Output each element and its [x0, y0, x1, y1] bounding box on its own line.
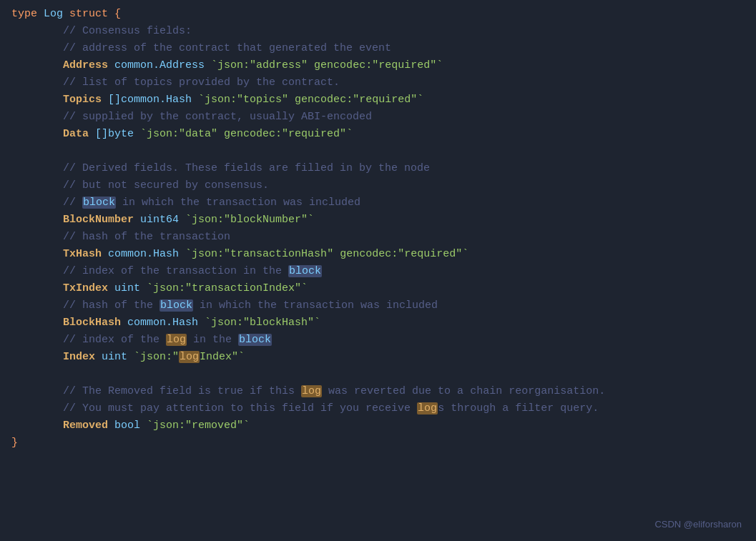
line-1: type Log struct { — [11, 6, 745, 23]
line-3: // address of the contract that generate… — [11, 40, 745, 57]
line-19: // index of the log in the block — [11, 332, 745, 349]
line-4: Address common.Address `json:"address" g… — [11, 57, 745, 74]
line-15: // index of the transaction in the block — [11, 263, 745, 280]
line-empty-1 — [11, 143, 745, 160]
line-11: // block in which the transaction was in… — [11, 194, 745, 212]
line-21: // The Removed field is true if this log… — [11, 383, 745, 400]
line-20: Index uint `json:"logIndex"` — [11, 349, 745, 366]
code-editor: type Log struct { // Consensus fields: /… — [0, 0, 756, 541]
line-22: // You must pay attention to this field … — [11, 400, 745, 417]
line-18: BlockHash common.Hash `json:"blockHash"` — [11, 314, 745, 332]
line-5: // list of topics provided by the contra… — [11, 74, 745, 91]
line-12: BlockNumber uint64 `json:"blockNumber"` — [11, 212, 745, 229]
line-7: // supplied by the contract, usually ABI… — [11, 109, 745, 126]
line-empty-2 — [11, 366, 745, 383]
line-14: TxHash common.Hash `json:"transactionHas… — [11, 246, 745, 263]
line-8: Data []byte `json:"data" gencodec:"requi… — [11, 126, 745, 143]
watermark-text: CSDN @eliforsharon — [654, 517, 742, 532]
line-24: } — [11, 435, 745, 452]
line-23: Removed bool `json:"removed"` — [11, 417, 745, 435]
line-2: // Consensus fields: — [11, 23, 745, 40]
line-13: // hash of the transaction — [11, 229, 745, 246]
line-10: // but not secured by consensus. — [11, 177, 745, 194]
line-17: // hash of the block in which the transa… — [11, 297, 745, 314]
line-9: // Derived fields. These fields are fill… — [11, 160, 745, 177]
line-16: TxIndex uint `json:"transactionIndex"` — [11, 280, 745, 297]
line-6: Topics []common.Hash `json:"topics" genc… — [11, 91, 745, 109]
